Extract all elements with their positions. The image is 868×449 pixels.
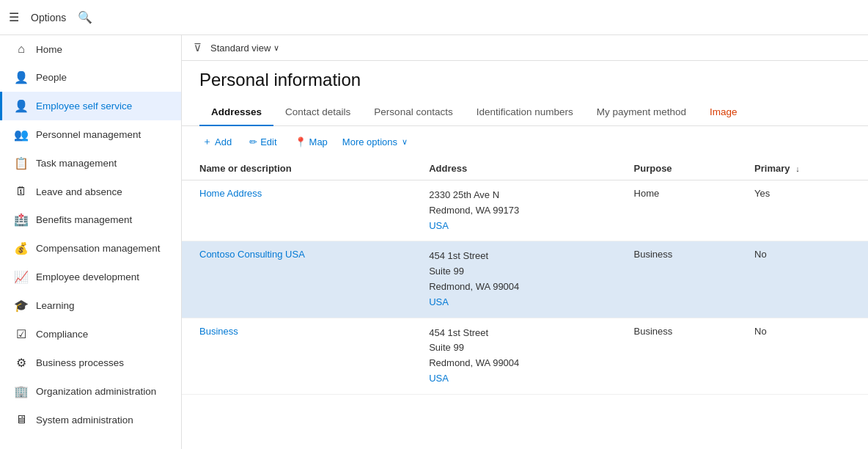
row-name-link[interactable]: Contoso Consulting USA xyxy=(199,249,305,260)
toolbar: ＋ Add ✏ Edit 📍 Map More options ∨ xyxy=(182,126,868,157)
page-header: Personal information xyxy=(182,61,868,90)
sidebar-item-label: Compliance xyxy=(36,329,88,340)
content-area: ⊽ Standard view ∨ Personal information A… xyxy=(182,35,868,449)
main-layout: ⌂ Home 👤 People 👤 Employee self service … xyxy=(0,35,868,449)
filter-icon[interactable]: ⊽ xyxy=(194,41,202,54)
addresses-table: Name or description Address Purpose Prim… xyxy=(182,157,868,395)
table-row[interactable]: Business454 1st StreetSuite 99Redmond, W… xyxy=(182,318,868,394)
map-icon: 📍 xyxy=(295,136,306,147)
cell-purpose: Business xyxy=(617,318,738,394)
hamburger-menu[interactable]: ☰ xyxy=(9,10,19,24)
sidebar-item-label: Learning xyxy=(36,300,75,311)
sidebar: ⌂ Home 👤 People 👤 Employee self service … xyxy=(0,35,182,449)
usa-link[interactable]: USA xyxy=(429,220,449,231)
col-name: Name or description xyxy=(182,157,411,180)
sidebar-item-employee-development[interactable]: 📈 Employee development xyxy=(0,263,181,291)
system-administration-icon: 🖥 xyxy=(14,413,29,426)
col-address: Address xyxy=(411,157,616,180)
table-container: Name or description Address Purpose Prim… xyxy=(182,157,868,395)
view-selector[interactable]: Standard view ∨ xyxy=(210,43,279,54)
edit-button[interactable]: ✏ Edit xyxy=(246,135,279,149)
view-label: Standard view xyxy=(210,43,271,54)
search-icon[interactable]: 🔍 xyxy=(78,10,92,24)
cell-primary: Yes xyxy=(737,180,868,241)
sidebar-item-compliance[interactable]: ☑ Compliance xyxy=(0,320,181,348)
sidebar-item-leave-and-absence[interactable]: 🗓 Leave and absence xyxy=(0,178,181,205)
plus-icon: ＋ xyxy=(202,135,212,148)
page-title: Personal information xyxy=(199,70,850,90)
cell-purpose: Business xyxy=(617,241,738,318)
usa-link[interactable]: USA xyxy=(429,296,449,307)
table-row[interactable]: Contoso Consulting USA454 1st StreetSuit… xyxy=(182,241,868,318)
tab-contact-details[interactable]: Contact details xyxy=(273,99,362,126)
people-icon: 👤 xyxy=(14,70,29,84)
sidebar-item-benefits-management[interactable]: 🏥 Benefits management xyxy=(0,205,181,234)
table-body: Home Address2330 25th Ave NRedmond, WA 9… xyxy=(182,180,868,395)
sidebar-item-system-administration[interactable]: 🖥 System administration xyxy=(0,406,181,434)
top-bar: ☰ Options 🔍 xyxy=(0,0,868,35)
sidebar-item-label: Home xyxy=(36,44,62,55)
employee-self-service-icon: 👤 xyxy=(14,99,29,113)
chevron-down-icon: ∨ xyxy=(402,137,408,147)
cell-purpose: Home xyxy=(617,180,738,241)
row-name-link[interactable]: Home Address xyxy=(199,188,262,199)
cell-name: Business xyxy=(182,318,411,394)
tab-my-payment-method[interactable]: My payment method xyxy=(585,99,698,126)
top-bar-title: Options xyxy=(31,12,66,23)
benefits-management-icon: 🏥 xyxy=(14,213,29,227)
tabs: AddressesContact detailsPersonal contact… xyxy=(182,99,868,126)
sidebar-item-personnel-management[interactable]: 👥 Personnel management xyxy=(0,120,181,149)
more-options-button[interactable]: More options ∨ xyxy=(342,136,408,147)
cell-address: 454 1st StreetSuite 99Redmond, WA 99004U… xyxy=(411,318,616,394)
col-primary[interactable]: Primary ↓ xyxy=(737,157,868,180)
cell-name: Home Address xyxy=(182,180,411,241)
chevron-down-icon: ∨ xyxy=(273,43,279,53)
sidebar-item-label: Compensation management xyxy=(36,243,161,254)
usa-link[interactable]: USA xyxy=(429,373,449,384)
sidebar-item-label: People xyxy=(36,72,67,83)
organization-administration-icon: 🏢 xyxy=(14,384,29,398)
tab-addresses[interactable]: Addresses xyxy=(199,99,273,126)
sidebar-item-label: System administration xyxy=(36,415,133,426)
content-topbar: ⊽ Standard view ∨ xyxy=(182,35,868,61)
add-button[interactable]: ＋ Add xyxy=(199,134,235,150)
task-management-icon: 📋 xyxy=(14,156,29,170)
compensation-management-icon: 💰 xyxy=(14,241,29,255)
sidebar-item-compensation-management[interactable]: 💰 Compensation management xyxy=(0,234,181,263)
sidebar-item-label: Business processes xyxy=(36,357,124,368)
sidebar-item-label: Personnel management xyxy=(36,129,141,140)
map-button[interactable]: 📍 Map xyxy=(292,135,331,149)
sidebar-item-employee-self-service[interactable]: 👤 Employee self service xyxy=(0,92,181,120)
sidebar-item-organization-administration[interactable]: 🏢 Organization administration xyxy=(0,377,181,406)
tab-identification-numbers[interactable]: Identification numbers xyxy=(465,99,585,126)
sidebar-item-label: Leave and absence xyxy=(36,186,122,197)
sidebar-item-people[interactable]: 👤 People xyxy=(0,63,181,92)
row-name-link[interactable]: Business xyxy=(199,326,238,337)
home-icon: ⌂ xyxy=(14,43,29,56)
edit-icon: ✏ xyxy=(249,136,257,147)
sidebar-item-label: Benefits management xyxy=(36,214,132,225)
learning-icon: 🎓 xyxy=(14,299,29,313)
cell-name: Contoso Consulting USA xyxy=(182,241,411,318)
sidebar-item-task-management[interactable]: 📋 Task management xyxy=(0,149,181,178)
table-row[interactable]: Home Address2330 25th Ave NRedmond, WA 9… xyxy=(182,180,868,241)
personnel-management-icon: 👥 xyxy=(14,128,29,142)
sidebar-item-home[interactable]: ⌂ Home xyxy=(0,35,181,63)
col-purpose: Purpose xyxy=(617,157,738,180)
sidebar-item-business-processes[interactable]: ⚙ Business processes xyxy=(0,348,181,377)
sidebar-item-learning[interactable]: 🎓 Learning xyxy=(0,291,181,320)
employee-development-icon: 📈 xyxy=(14,270,29,284)
tab-image[interactable]: Image xyxy=(698,99,749,126)
cell-address: 2330 25th Ave NRedmond, WA 99173USA xyxy=(411,180,616,241)
business-processes-icon: ⚙ xyxy=(14,356,29,370)
cell-address: 454 1st StreetSuite 99Redmond, WA 99004U… xyxy=(411,241,616,318)
table-header: Name or description Address Purpose Prim… xyxy=(182,157,868,180)
sidebar-item-label: Employee self service xyxy=(36,101,132,112)
sidebar-item-label: Organization administration xyxy=(36,386,156,397)
sidebar-item-label: Task management xyxy=(36,158,117,169)
cell-primary: No xyxy=(737,241,868,318)
sort-icon: ↓ xyxy=(795,164,800,173)
cell-primary: No xyxy=(737,318,868,394)
leave-and-absence-icon: 🗓 xyxy=(14,185,29,198)
tab-personal-contacts[interactable]: Personal contacts xyxy=(362,99,464,126)
